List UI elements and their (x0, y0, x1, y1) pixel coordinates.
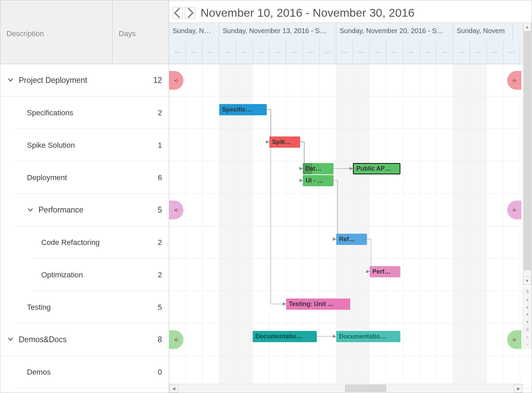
hscroll-thumb[interactable] (345, 385, 386, 392)
tree-row[interactable]: Project Deployment12 (0, 64, 169, 97)
chevron-down-icon[interactable] (27, 206, 35, 214)
zoom-step-up-icon[interactable]: ▴ (524, 304, 531, 309)
week-header-cell: Sunday, Novem (453, 23, 513, 41)
task-bar-doc2[interactable]: Documentatio… (336, 331, 400, 342)
task-days: 6 (148, 173, 162, 182)
summary-marker[interactable] (507, 201, 521, 219)
day-header-cell: … (219, 41, 236, 64)
arrow-right-icon (511, 337, 517, 342)
day-header-cell: … (286, 41, 303, 64)
gantt-header: November 10, 2016 - November 30, 2016 Su… (169, 0, 532, 64)
task-label: Performance (39, 205, 148, 215)
summary-marker[interactable] (169, 201, 183, 219)
date-range-title: November 10, 2016 - November 30, 2016 (201, 6, 414, 19)
tree-row[interactable]: Performance5 (0, 194, 169, 226)
tree-row[interactable]: Spike Solution1 (0, 129, 169, 161)
day-header-cell: … (269, 41, 286, 64)
column-header-description[interactable]: Description (0, 0, 113, 64)
tree-row[interactable]: Code Refactoring2 (0, 226, 169, 259)
task-days: 5 (148, 303, 162, 312)
task-label: Deployment (27, 173, 148, 182)
day-header-cell: … (203, 41, 219, 64)
tree-row[interactable]: Specifications2 (0, 97, 169, 129)
zoom-controls: ⤊ ▴ ▴ ▾ ▾ ⤋ + − (523, 287, 532, 349)
scroll-up-button[interactable]: ▲ (523, 23, 531, 31)
task-days: 8 (148, 335, 162, 344)
day-header-cell: … (336, 41, 353, 64)
day-header-row: ……………………………………………………… (169, 41, 532, 64)
task-days: 2 (148, 108, 162, 117)
task-bar-ref[interactable]: Ref… (336, 234, 367, 245)
week-header-row: Sunday, N…Sunday, November 13, 2016 - S…… (169, 23, 532, 41)
scroll-right-button[interactable]: ▶ (514, 384, 523, 393)
tree-header: Description Days (0, 0, 169, 64)
task-label: Testing (27, 303, 148, 312)
task-days: 0 (148, 368, 162, 377)
zoom-down-icon[interactable]: ▾ (524, 319, 531, 324)
arrow-left-icon (173, 208, 179, 213)
task-days: 1 (148, 141, 162, 150)
summary-marker[interactable] (507, 330, 521, 349)
zoom-expand-all-icon[interactable]: ⤋ (524, 326, 531, 332)
vscroll-thumb[interactable] (523, 31, 531, 270)
task-label: Project Deployment (19, 76, 148, 85)
gantt-body[interactable]: Specific…Spik…Dat…UI - …Public AP…Ref…Pe… (169, 64, 532, 393)
day-header-cell: … (353, 41, 370, 64)
task-days: 12 (148, 76, 162, 85)
scroll-left-button[interactable]: ◀ (169, 384, 178, 393)
week-header-cell: Sunday, N… (169, 23, 219, 41)
chevron-down-icon[interactable] (7, 335, 15, 344)
column-header-days[interactable]: Days (113, 0, 169, 64)
horizontal-scrollbar[interactable]: ◀ ▶ (169, 384, 523, 393)
day-header-cell: … (370, 41, 386, 64)
task-bar-spike[interactable]: Spik… (269, 136, 300, 148)
zoom-step-down-icon[interactable]: ▾ (524, 311, 531, 317)
task-label: Demos&Docs (19, 335, 148, 344)
hscroll-track[interactable] (178, 384, 514, 393)
gantt-app: Description Days Project Deployment12Spe… (0, 0, 532, 393)
task-bar-perf[interactable]: Perf… (370, 266, 400, 277)
task-bar-doc1[interactable]: Documentatio… (253, 331, 317, 342)
task-bar-data[interactable]: Dat… (303, 163, 334, 174)
day-header-cell: … (253, 41, 269, 64)
day-header-cell: … (186, 41, 203, 64)
task-bar-ui[interactable]: UI - … (303, 175, 334, 186)
scroll-down-button[interactable]: ▼ (523, 276, 531, 285)
day-header-cell: … (236, 41, 253, 64)
summary-marker[interactable] (507, 71, 521, 90)
day-header-cell: … (437, 41, 453, 64)
task-label: Specifications (27, 108, 148, 117)
day-header-cell: … (487, 41, 503, 64)
task-bar-spec[interactable]: Specific… (219, 104, 267, 115)
tree-row[interactable]: Demos0 (0, 356, 169, 388)
gantt-panel: November 10, 2016 - November 30, 2016 Su… (169, 0, 532, 393)
task-days: 5 (148, 205, 162, 215)
zoom-up-icon[interactable]: ▴ (524, 296, 531, 302)
chevron-right-icon (185, 7, 195, 19)
zoom-collapse-all-icon[interactable]: ⤊ (524, 289, 531, 294)
zoom-out-icon[interactable]: − (524, 341, 531, 347)
vertical-scrollbar[interactable]: ▲ ▼ (523, 23, 532, 285)
tree-row[interactable]: Testing5 (0, 291, 169, 323)
next-button[interactable] (185, 7, 195, 19)
prev-button[interactable] (173, 7, 183, 19)
task-days: 2 (148, 238, 162, 247)
task-label: Demos (27, 368, 148, 377)
chevron-down-icon[interactable] (7, 76, 15, 84)
arrow-right-icon (511, 78, 517, 83)
summary-marker[interactable] (169, 71, 183, 90)
task-bar-api[interactable]: Public AP… (353, 163, 400, 174)
arrow-right-icon (511, 208, 517, 213)
task-label: Code Refactoring (41, 238, 148, 247)
day-header-cell: … (320, 41, 336, 64)
summary-marker[interactable] (169, 330, 183, 349)
task-tree-panel: Description Days Project Deployment12Spe… (0, 0, 169, 393)
task-bar-test[interactable]: Testing: Unit … (286, 299, 350, 310)
day-header-cell: … (169, 41, 186, 64)
title-row: November 10, 2016 - November 30, 2016 (169, 0, 532, 23)
tree-row[interactable]: Demos&Docs8 (0, 323, 169, 356)
tree-row[interactable]: Optimization2 (0, 259, 169, 291)
zoom-in-icon[interactable]: + (524, 334, 531, 339)
tree-row[interactable]: Deployment6 (0, 161, 169, 194)
week-header-cell: Sunday, November 20, 2016 - S… (336, 23, 453, 41)
